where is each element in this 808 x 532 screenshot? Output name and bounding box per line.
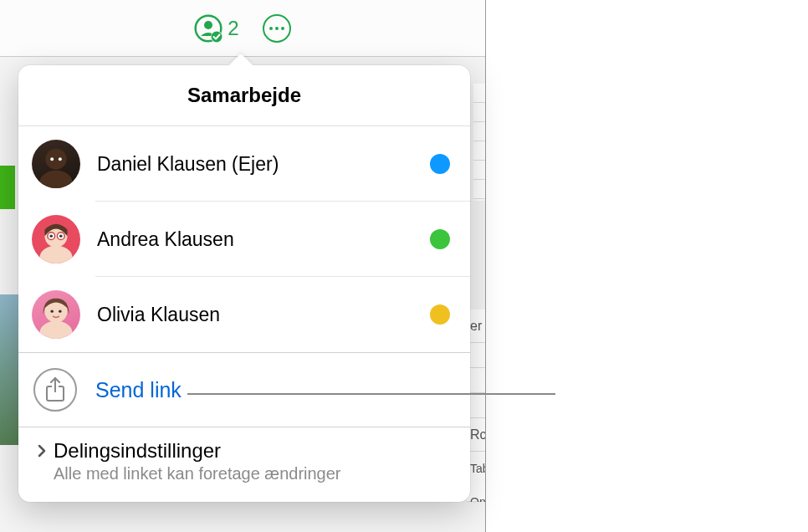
svg-point-5 — [40, 171, 73, 188]
ellipsis-icon — [269, 27, 284, 30]
participant-row[interactable]: Andrea Klausen — [18, 202, 470, 277]
svg-point-17 — [40, 321, 73, 339]
avatar — [32, 140, 80, 188]
participant-row[interactable]: Olivia Klausen — [18, 277, 470, 352]
settings-subtitle: Alle med linket kan foretage ændringer — [54, 464, 341, 483]
avatar — [32, 215, 80, 263]
document-viewport: er Rc Table Options 2 — [0, 0, 486, 532]
share-icon — [33, 368, 77, 412]
svg-point-15 — [50, 309, 53, 312]
annotation-callout-line — [187, 393, 555, 395]
status-indicator — [430, 154, 450, 174]
chevron-right-icon — [37, 444, 47, 462]
send-link-button[interactable]: Send link — [18, 353, 470, 427]
svg-point-13 — [40, 246, 73, 263]
participant-name: Andrea Klausen — [97, 228, 413, 251]
settings-title: Delingsindstillinger — [54, 439, 341, 463]
collaborators-button[interactable]: 2 — [194, 14, 238, 43]
svg-point-7 — [59, 157, 62, 161]
participants-list: Daniel Klausen (Ejer) Andrea Klausen Oli… — [18, 126, 470, 352]
more-button[interactable] — [263, 14, 291, 43]
svg-point-16 — [59, 309, 61, 312]
svg-point-6 — [50, 157, 54, 161]
sharing-settings-button[interactable]: Delingsindstillinger Alle med linket kan… — [18, 427, 470, 502]
svg-point-4 — [45, 149, 66, 170]
toolbar: 2 — [0, 0, 485, 57]
collaboration-popover: Samarbejde Daniel Klausen (Ejer) Andrea … — [18, 65, 470, 502]
popover-title: Samarbejde — [18, 65, 470, 126]
background-grid-fragment — [473, 84, 485, 201]
svg-point-12 — [59, 234, 62, 237]
status-indicator — [430, 229, 450, 249]
status-indicator — [430, 304, 450, 325]
collaborator-count: 2 — [228, 17, 238, 40]
person-check-icon — [194, 14, 222, 43]
svg-point-1 — [204, 21, 212, 29]
participant-row[interactable]: Daniel Klausen (Ejer) — [18, 126, 470, 202]
background-image-fragment — [0, 294, 18, 445]
send-link-label: Send link — [95, 378, 182, 402]
background-fragment — [0, 166, 15, 209]
svg-point-11 — [49, 234, 52, 237]
participant-name: Olivia Klausen — [97, 304, 413, 326]
participant-name: Daniel Klausen (Ejer) — [97, 153, 413, 176]
avatar — [32, 290, 80, 339]
